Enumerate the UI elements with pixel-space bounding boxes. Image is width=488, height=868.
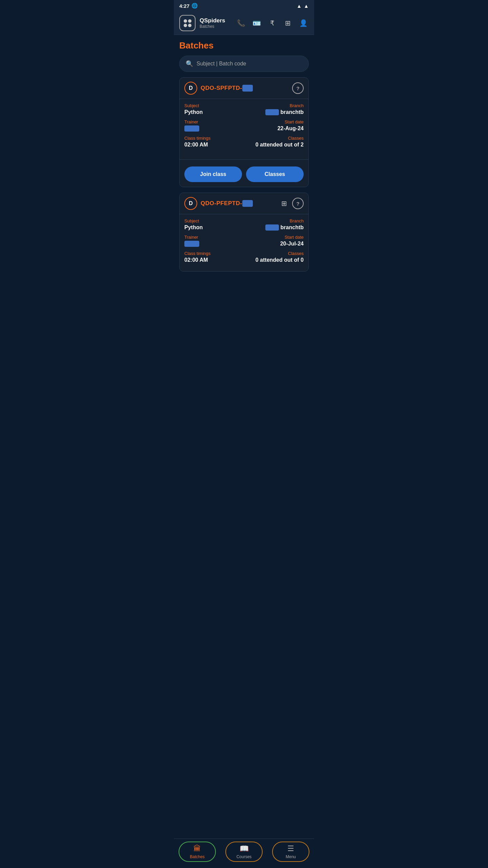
card-body: Subject Python Branch branchtb Trainer [180, 214, 308, 271]
subject-branch-row: Subject Python Branch branchtb [184, 103, 304, 115]
branch-redacted [265, 109, 279, 115]
subject-branch-row: Subject Python Branch branchtb [184, 218, 304, 231]
card-body: Subject Python Branch branchtb Trainer [180, 99, 308, 156]
page-content: Batches 🔍 D QDO-SPFPTD- ? Subject Python… [174, 35, 314, 282]
status-bar: 4:27 🌐 ▲ ▲ [174, 0, 314, 12]
classes-label: Classes [244, 251, 304, 256]
timings-field: Class timings 02:00 AM [184, 251, 244, 263]
startdate-value: 20-Jul-24 [244, 241, 304, 247]
startdate-field: Start date 22-Aug-24 [244, 119, 304, 132]
trainer-redacted [184, 241, 199, 247]
branch-value: branchtb [244, 224, 304, 231]
status-icon: 🌐 [191, 3, 198, 9]
startdate-label: Start date [244, 119, 304, 124]
card-header: D QDO-SPFPTD- ? [180, 78, 308, 99]
subject-value: Python [184, 224, 244, 231]
batch-list: D QDO-SPFPTD- ? Subject Python Branch br [179, 77, 309, 272]
subject-value: Python [184, 109, 244, 115]
classes-field: Classes 0 attended out of 0 [244, 251, 304, 263]
search-icon: 🔍 [186, 60, 193, 67]
timings-value: 02:00 AM [184, 257, 244, 263]
call-support-icon[interactable]: 📞 [236, 18, 246, 28]
wifi-icon: ▲ [297, 3, 302, 9]
help-icon[interactable]: ? [292, 82, 304, 94]
startdate-label: Start date [244, 235, 304, 240]
header-title: QSpiders Batches [200, 17, 231, 29]
classes-value: 0 attended out of 0 [244, 257, 304, 263]
rupee-icon[interactable]: ₹ [267, 18, 278, 28]
trainer-redacted [184, 125, 199, 132]
timings-field: Class timings 02:00 AM [184, 136, 244, 148]
search-input[interactable] [197, 61, 302, 67]
timings-value: 02:00 AM [184, 142, 244, 148]
trainer-startdate-row: Trainer Start date 22-Aug-24 [184, 119, 304, 132]
branch-field: Branch branchtb [244, 218, 304, 231]
classes-field: Classes 0 attended out of 2 [244, 136, 304, 148]
subject-field: Subject Python [184, 103, 244, 115]
startdate-value: 22-Aug-24 [244, 125, 304, 132]
classes-value: 0 attended out of 2 [244, 142, 304, 148]
batch-card-2: D QDO-PFEPTD- ⊞ ? Subject Python Branch [179, 193, 309, 272]
batch-code-redacted [242, 85, 253, 92]
trainer-field: Trainer [184, 119, 244, 132]
search-bar[interactable]: 🔍 [179, 56, 309, 72]
trainer-label: Trainer [184, 235, 244, 240]
branch-redacted [265, 224, 279, 231]
batch-code-redacted [242, 200, 253, 207]
classes-button[interactable]: Classes [246, 166, 304, 182]
signal-icon: ▲ [304, 3, 309, 9]
header-subtitle: Batches [200, 24, 231, 29]
classes-label: Classes [244, 136, 304, 141]
avatar: D [184, 82, 197, 95]
timings-label: Class timings [184, 251, 244, 256]
branch-label: Branch [244, 103, 304, 108]
help-icon[interactable]: ? [292, 198, 304, 209]
status-time: 4:27 [179, 3, 189, 9]
card-divider [180, 159, 308, 160]
qr-scan-icon[interactable]: ⊞ [282, 18, 293, 28]
card-header: D QDO-PFEPTD- ⊞ ? [180, 193, 308, 214]
join-class-button[interactable]: Join class [184, 166, 242, 182]
startdate-field: Start date 20-Jul-24 [244, 235, 304, 247]
trainer-startdate-row: Trainer Start date 20-Jul-24 [184, 235, 304, 247]
header-icons: 📞 🪪 ₹ ⊞ 👤 [236, 18, 309, 28]
subject-label: Subject [184, 103, 244, 108]
timings-classes-row: Class timings 02:00 AM Classes 0 attende… [184, 136, 304, 148]
trainer-label: Trainer [184, 119, 244, 124]
branch-value: branchtb [244, 109, 304, 115]
branch-label: Branch [244, 218, 304, 223]
logo-dots [184, 19, 191, 27]
page-title: Batches [179, 40, 309, 51]
app-logo [179, 15, 196, 31]
avatar: D [184, 197, 197, 210]
profile-icon[interactable]: 👤 [298, 18, 309, 28]
timings-classes-row: Class timings 02:00 AM Classes 0 attende… [184, 251, 304, 263]
branch-field: Branch branchtb [244, 103, 304, 115]
card-buttons: Join class Classes [180, 163, 308, 187]
batch-code: QDO-PFEPTD- [201, 200, 276, 207]
app-name: QSpiders [200, 17, 231, 24]
trainer-value [184, 241, 244, 247]
batch-card-1: D QDO-SPFPTD- ? Subject Python Branch br [179, 77, 309, 187]
trainer-value [184, 125, 244, 132]
app-header: QSpiders Batches 📞 🪪 ₹ ⊞ 👤 [174, 12, 314, 35]
subject-field: Subject Python [184, 218, 244, 231]
timings-label: Class timings [184, 136, 244, 141]
qr-icon[interactable]: ⊞ [279, 199, 289, 208]
batch-code: QDO-SPFPTD- [201, 85, 289, 92]
payment-icon[interactable]: 🪪 [251, 18, 262, 28]
trainer-field: Trainer [184, 235, 244, 247]
subject-label: Subject [184, 218, 244, 223]
